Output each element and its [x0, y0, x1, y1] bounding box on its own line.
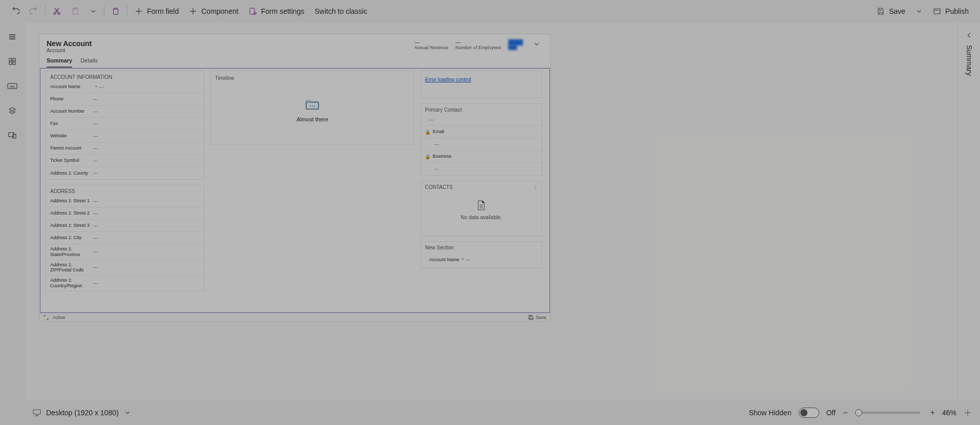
- form-tabs: Summary Details: [39, 55, 550, 68]
- form-status: Active: [53, 315, 66, 320]
- paste-chevron-button[interactable]: [84, 0, 102, 23]
- svg-rect-8: [13, 62, 15, 65]
- field-phone[interactable]: Phone---: [46, 93, 204, 105]
- field-street3[interactable]: Address 1: Street 3---: [46, 220, 204, 232]
- primary-contact-value[interactable]: ---: [421, 114, 542, 126]
- header-field-revenue[interactable]: --- Annual Revenue: [414, 39, 449, 50]
- redo-button[interactable]: [25, 0, 43, 23]
- field-zip[interactable]: Address 1: ZIP/Postal Code---: [46, 260, 204, 276]
- tab-body-selected[interactable]: ACCOUNT INFORMATION Account Name*--- Pho…: [40, 68, 550, 313]
- switch-classic-label: Switch to classic: [314, 7, 367, 15]
- plus-icon: [189, 7, 197, 15]
- form-entity: Account: [47, 48, 92, 53]
- new-section-account-name[interactable]: Account Name * ---: [425, 253, 538, 266]
- components-tree-button[interactable]: [7, 56, 17, 67]
- component-label: Component: [201, 7, 238, 15]
- property-pane-collapsed[interactable]: Summary: [957, 23, 980, 400]
- svg-rect-6: [13, 58, 15, 61]
- section-contacts[interactable]: CONTACTS ⋮ No data available.: [420, 181, 542, 236]
- devices-button[interactable]: [7, 130, 17, 140]
- svg-point-15: [314, 105, 315, 107]
- section-account-info[interactable]: ACCOUNT INFORMATION Account Name*--- Pho…: [46, 71, 204, 180]
- tab-summary[interactable]: Summary: [47, 55, 72, 68]
- primary-contact-business-value: ---: [421, 163, 542, 175]
- paste-button[interactable]: [66, 0, 84, 23]
- nav-toggle-button[interactable]: [7, 32, 17, 42]
- form-footer-save: Save: [536, 315, 546, 320]
- section-timeline[interactable]: Timeline Almost there: [210, 71, 414, 145]
- expand-icon[interactable]: [44, 315, 49, 320]
- section-reference-error[interactable]: Error loading control: [420, 71, 542, 98]
- add-component-button[interactable]: Component: [184, 0, 243, 23]
- scissors-icon: [53, 7, 61, 15]
- publish-icon: [933, 7, 941, 15]
- error-loading-link[interactable]: Error loading control: [425, 77, 471, 82]
- timeline-folder-icon: [305, 99, 319, 111]
- viewport-dropdown[interactable]: [124, 409, 131, 416]
- primary-contact-email-value: ---: [421, 138, 542, 151]
- field-website[interactable]: Website---: [46, 130, 204, 142]
- header-expand-button[interactable]: [530, 39, 543, 49]
- publish-button[interactable]: Publish: [928, 0, 974, 23]
- clipboard-icon: [71, 7, 79, 15]
- trash-icon: [112, 7, 120, 15]
- form-preview[interactable]: New Account Account --- Annual Revenue -…: [39, 34, 551, 322]
- save-button[interactable]: Save: [871, 0, 910, 23]
- header-field-employees[interactable]: --- Number of Employees: [456, 39, 501, 50]
- field-ticker[interactable]: Ticker Symbol---: [46, 155, 204, 167]
- field-account-name[interactable]: Account Name*---: [46, 81, 204, 93]
- form-settings-label: Form settings: [261, 7, 305, 15]
- undo-button[interactable]: [6, 0, 25, 23]
- form-footer[interactable]: Active Save: [39, 313, 550, 321]
- form-header[interactable]: New Account Account --- Annual Revenue -…: [39, 34, 550, 55]
- field-abc-icon: Abc: [7, 81, 17, 91]
- primary-contact-business[interactable]: 🔒 Business: [421, 151, 542, 163]
- lock-icon: 🔒: [425, 130, 431, 135]
- field-county[interactable]: Address 1: County---: [46, 167, 204, 179]
- zoom-out-button[interactable]: −: [843, 408, 848, 417]
- primary-contact-title: Primary Contact: [421, 104, 542, 114]
- zoom-slider[interactable]: [859, 412, 920, 414]
- section-address[interactable]: ADDRESS Address 1: Street 1--- Address 1…: [46, 185, 204, 291]
- layers-button[interactable]: [7, 105, 17, 116]
- form-field-label: Form field: [147, 7, 179, 15]
- form-settings-button[interactable]: Form settings: [244, 0, 310, 23]
- save-chevron-button[interactable]: [910, 0, 928, 23]
- form-settings-icon: [249, 7, 257, 15]
- save-icon[interactable]: [528, 315, 534, 320]
- cut-button[interactable]: [48, 0, 66, 23]
- svg-point-14: [312, 105, 313, 107]
- field-country[interactable]: Address 1: Country/Region---: [46, 275, 204, 291]
- chevron-left-icon[interactable]: [966, 32, 973, 39]
- monitor-icon: [33, 409, 41, 417]
- section-primary-contact[interactable]: Primary Contact --- 🔒 Email --- 🔒 Busine…: [420, 103, 542, 176]
- field-account-number[interactable]: Account Number---: [46, 105, 204, 118]
- svg-rect-5: [9, 58, 12, 61]
- tab-details[interactable]: Details: [80, 55, 98, 68]
- fields-button[interactable]: Abc: [7, 81, 17, 91]
- status-bar: Desktop (1920 x 1080) Show Hidden Off − …: [25, 400, 980, 425]
- field-fax[interactable]: Fax---: [46, 118, 204, 130]
- delete-button[interactable]: [106, 0, 125, 23]
- svg-point-3: [253, 12, 256, 15]
- field-street2[interactable]: Address 1: Street 2---: [46, 207, 204, 220]
- form-title: New Account: [47, 39, 92, 48]
- plus-icon: [135, 7, 143, 15]
- zoom-fit-button[interactable]: [964, 409, 972, 417]
- show-hidden-toggle[interactable]: [799, 408, 819, 418]
- switch-classic-button[interactable]: Switch to classic: [309, 0, 372, 23]
- devices-icon: [8, 131, 16, 139]
- hamburger-icon: [8, 33, 16, 41]
- field-city[interactable]: Address 1: City---: [46, 232, 204, 244]
- contacts-more-icon[interactable]: ⋮: [532, 184, 538, 190]
- section-new[interactable]: New Section Account Name * ---: [420, 241, 542, 268]
- header-field-owner[interactable]: ████ ███: [508, 39, 523, 50]
- left-rail: Abc: [0, 23, 25, 400]
- primary-contact-email[interactable]: 🔒 Email: [421, 126, 542, 138]
- field-state[interactable]: Address 1: State/Province---: [46, 244, 204, 260]
- field-parent-account[interactable]: Parent Account---: [46, 142, 204, 155]
- add-form-field-button[interactable]: Form field: [130, 0, 184, 23]
- viewport-label: Desktop (1920 x 1080): [46, 409, 119, 417]
- field-street1[interactable]: Address 1: Street 1---: [46, 195, 204, 207]
- zoom-in-button[interactable]: +: [930, 409, 935, 417]
